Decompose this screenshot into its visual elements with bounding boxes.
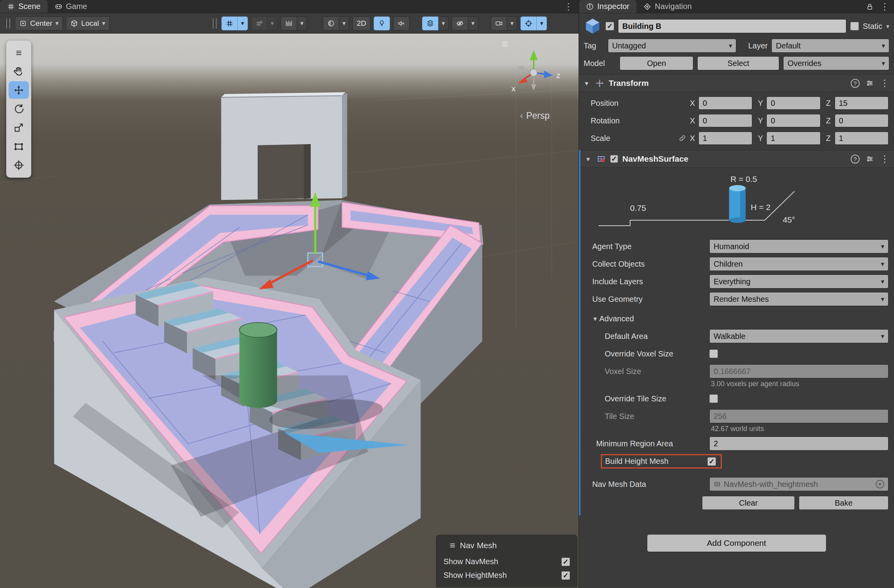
scene-camera-dropdown[interactable]: ▾ (491, 16, 517, 30)
tab-scene[interactable]: Scene (0, 0, 48, 13)
palette-menu-icon[interactable]: ≡ (9, 44, 29, 61)
static-caret-icon[interactable]: ▾ (886, 23, 889, 30)
clear-button[interactable]: Clear (702, 496, 795, 510)
advanced-foldout[interactable]: ▼ Advanced (581, 312, 894, 326)
position-y-field[interactable]: 0 (766, 96, 820, 110)
show-heightmesh-checkbox[interactable]: ✓ (561, 571, 570, 580)
pan-tool[interactable] (9, 62, 29, 80)
link-icon[interactable] (679, 134, 686, 142)
scene-lighting-toggle[interactable] (374, 16, 390, 30)
gameobject-name-field[interactable]: Building B (618, 19, 846, 33)
inspector-menu-icon[interactable]: ⋮ (880, 1, 889, 12)
rotation-y-field[interactable]: 0 (766, 114, 820, 127)
audio-mute-toggle[interactable] (393, 16, 410, 30)
override-voxel-checkbox[interactable] (709, 349, 718, 358)
camera-icon (495, 20, 503, 27)
tag-dropdown[interactable]: Untagged▾ (608, 39, 736, 53)
navmesh-help-icon[interactable]: ? (851, 155, 860, 164)
scale-tool[interactable] (9, 119, 29, 136)
nav-mesh-data-row: Nav Mesh Data NavMesh-with_heightmesh (581, 477, 894, 491)
shading-mode-dropdown[interactable]: ▾ (323, 16, 349, 30)
pivot-caret-icon: ▾ (55, 16, 59, 30)
show-navmesh-label: Show NavMesh (443, 557, 498, 566)
collect-objects-dropdown[interactable]: Children▾ (709, 257, 889, 271)
hidden-eye-icon (456, 20, 464, 27)
axis-x-label: x (511, 84, 516, 93)
toolbar-drag-handle[interactable] (6, 18, 10, 29)
build-height-mesh-checkbox[interactable]: ✓ (707, 457, 716, 466)
grid-visibility-toggle[interactable]: ▾ (221, 16, 248, 30)
move-tool[interactable] (9, 81, 29, 99)
default-area-dropdown[interactable]: Walkable▾ (709, 329, 889, 343)
camera-caret-icon[interactable]: ▾ (507, 16, 517, 30)
navmesh-presets-icon[interactable] (866, 155, 874, 163)
rotate-tool[interactable] (9, 100, 29, 118)
transform-menu-icon[interactable]: ⋮ (880, 78, 889, 89)
shading-caret-icon[interactable]: ▾ (339, 16, 349, 30)
rotation-x-field[interactable]: 0 (698, 114, 752, 127)
position-z-field[interactable]: 15 (835, 96, 889, 110)
use-geometry-dropdown[interactable]: Render Meshes▾ (709, 292, 889, 306)
effects-caret-icon[interactable]: ▾ (438, 16, 449, 30)
model-overrides-dropdown[interactable]: Overrides▾ (783, 56, 889, 70)
snap-toggle[interactable]: ▾ (251, 16, 278, 30)
scene-tab-menu-icon[interactable]: ⋮ (558, 0, 579, 13)
scene-visibility-toggle[interactable]: ▾ (452, 16, 478, 30)
nav-mesh-data-field[interactable]: NavMesh-with_heightmesh (709, 477, 889, 491)
gizmos-toggle[interactable]: ▾ (520, 16, 547, 30)
layer-label: Layer (740, 41, 768, 50)
transform-tool[interactable] (9, 156, 29, 174)
effects-toggle[interactable]: ▾ (422, 16, 449, 30)
axis-z-label: z (556, 71, 561, 80)
transform-foldout-icon[interactable]: ▼ (584, 80, 591, 87)
gameobject-enabled-checkbox[interactable]: ✓ (605, 22, 614, 30)
navmeshsurface-enabled-checkbox[interactable]: ✓ (610, 155, 618, 163)
scene-viewport[interactable]: ≡ ≡ (0, 34, 579, 588)
min-region-field[interactable]: 2 (709, 437, 889, 451)
agent-type-dropdown[interactable]: Humanoid▾ (709, 239, 889, 253)
tab-inspector[interactable]: Inspector (579, 0, 636, 13)
voxel-size-label: Voxel Size (581, 367, 709, 376)
model-select-button[interactable]: Select (697, 56, 779, 70)
show-navmesh-checkbox[interactable]: ✓ (561, 558, 570, 566)
add-component-button[interactable]: Add Component (647, 534, 826, 552)
grid-caret-icon[interactable]: ▾ (238, 16, 248, 30)
projection-label[interactable]: ‹ Persp (520, 110, 550, 121)
ruler-dropdown[interactable]: ▾ (281, 16, 307, 30)
presets-icon[interactable] (866, 79, 874, 87)
object-picker-icon[interactable] (876, 480, 884, 488)
lock-icon[interactable] (866, 3, 874, 11)
gizmos-caret-icon[interactable]: ▾ (537, 16, 547, 30)
layer-dropdown[interactable]: Default▾ (771, 39, 889, 53)
snap-caret-icon[interactable]: ▾ (267, 16, 278, 30)
inspector-tabbar: Inspector Navigation ⋮ (579, 0, 894, 13)
tab-game[interactable]: Game (48, 0, 94, 13)
bake-button[interactable]: Bake (799, 496, 889, 510)
visibility-caret-icon[interactable]: ▾ (468, 16, 478, 30)
navmesh-foldout-icon[interactable]: ▼ (585, 156, 592, 162)
transform-header[interactable]: ▼ Transform ? ⋮ (579, 74, 894, 92)
tab-navigation[interactable]: Navigation (636, 0, 699, 13)
static-checkbox[interactable] (850, 22, 859, 30)
help-icon[interactable]: ? (851, 79, 860, 88)
model-open-button[interactable]: Open (620, 56, 693, 70)
ruler-caret-icon[interactable]: ▾ (297, 16, 307, 30)
toolbar-drag-handle-2[interactable] (213, 18, 217, 29)
voxel-size-hint: 3.00 voxels per agent radius (711, 380, 889, 388)
navmeshsurface-header[interactable]: ▼ ✓ NavMeshSurface ? ⋮ (581, 150, 894, 168)
scale-x-field[interactable]: 1 (698, 132, 752, 145)
override-tile-checkbox[interactable] (709, 394, 718, 403)
rect-tool[interactable] (9, 137, 29, 155)
rotation-z-field[interactable]: 0 (835, 114, 889, 127)
orientation-dropdown[interactable]: Local ▾ (66, 16, 109, 30)
position-x-field[interactable]: 0 (698, 96, 752, 110)
include-layers-dropdown[interactable]: Everything▾ (709, 274, 889, 289)
toggle-2d-button[interactable]: 2D (353, 16, 370, 30)
pivot-dropdown[interactable]: Center ▾ (15, 16, 63, 30)
navmesh-menu-icon[interactable]: ⋮ (880, 153, 889, 164)
scale-z-field[interactable]: 1 (835, 132, 889, 145)
local-cube-icon (70, 20, 78, 27)
navmesh-overlay-header[interactable]: ≡ Nav Mesh (443, 539, 571, 555)
scale-y-field[interactable]: 1 (766, 132, 820, 145)
orientation-gizmo[interactable]: x z (504, 42, 563, 101)
